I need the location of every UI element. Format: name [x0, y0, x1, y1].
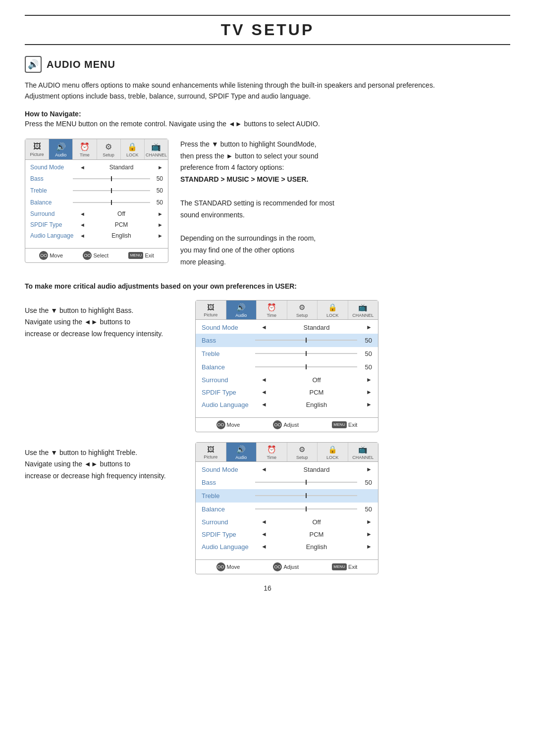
bass-row-2[interactable]: Bass 50	[196, 334, 378, 347]
menu-ui-1: 🖼 Picture 🔊 Audio ⏰ Time ⚙ Setup 🔒	[25, 139, 168, 263]
section-title: AUDIO MENU	[47, 59, 115, 70]
tab-picture-2[interactable]: 🖼 Picture	[196, 301, 226, 319]
select-btn-1[interactable]: OO	[83, 251, 92, 260]
adjust-btn-2[interactable]: OO	[273, 420, 282, 429]
treble-row-1[interactable]: Treble 50	[25, 185, 168, 197]
exit-btn-2[interactable]: MENU	[332, 421, 347, 428]
spdif-row-2[interactable]: SPDIF Type ◄ PCM ►	[196, 386, 378, 399]
tab-setup-3[interactable]: ⚙ Setup	[287, 443, 318, 461]
menu1-left: 🖼 Picture 🔊 Audio ⏰ Time ⚙ Setup 🔒	[25, 139, 168, 263]
treble-row-3[interactable]: Treble	[196, 489, 378, 503]
surround-row-3[interactable]: Surround ◄ Off ►	[196, 516, 378, 528]
menu2-container: 🖼 Picture 🔊 Audio ⏰ Time ⚙ Setup 🔒	[195, 300, 510, 432]
menu-rows-1: Sound Mode ◄ Standard ► Bass 50 Treble 5…	[25, 160, 168, 248]
tab-channel-3[interactable]: 📺 CHANNEL	[348, 443, 378, 461]
tab-picture-3[interactable]: 🖼 Picture	[196, 443, 226, 461]
menu3-container: 🖼 Picture 🔊 Audio ⏰ Time ⚙ Setup 🔒	[195, 442, 510, 574]
tab-audio-1[interactable]: 🔊 Audio	[49, 139, 73, 159]
surround-row-1[interactable]: Surround ◄ Off ►	[25, 208, 168, 219]
nav-text: Press the MENU button on the remote cont…	[25, 120, 510, 128]
menu1-section: 🖼 Picture 🔊 Audio ⏰ Time ⚙ Setup 🔒	[25, 139, 510, 268]
sound-mode-row-1[interactable]: Sound Mode ◄ Standard ►	[25, 162, 168, 173]
balance-row-3[interactable]: Balance 50	[196, 503, 378, 516]
balance-row-1[interactable]: Balance 50	[25, 197, 168, 208]
menu-tabs-3: 🖼 Picture 🔊 Audio ⏰ Time ⚙ Setup 🔒	[196, 443, 378, 462]
menu1-desc: Press the ▼ button to highlight SoundMod…	[180, 139, 510, 268]
audio-lang-row-1[interactable]: Audio Language ◄ English ►	[25, 230, 168, 241]
spdif-row-1[interactable]: SPDIF Type ◄ PCM ►	[25, 219, 168, 230]
audio-lang-row-3[interactable]: Audio Language ◄ English ►	[196, 541, 378, 553]
tab-time-3[interactable]: ⏰ Time	[257, 443, 287, 461]
tab-channel-1[interactable]: 📺 CHANNEL	[145, 139, 168, 159]
tab-setup-1[interactable]: ⚙ Setup	[97, 139, 121, 159]
sound-mode-row-3[interactable]: Sound Mode ◄ Standard ►	[196, 463, 378, 476]
bass-adjust-row: Use the ▼ button to highlight Bass. Navi…	[25, 300, 510, 432]
audio-lang-row-2[interactable]: Audio Language ◄ English ►	[196, 399, 378, 411]
tab-picture-1[interactable]: 🖼 Picture	[25, 139, 49, 159]
move-btn-2[interactable]: OO	[216, 420, 225, 429]
menu-footer-3: OO Move OO Adjust MENU Exit	[196, 559, 378, 574]
menu-ui-2: 🖼 Picture 🔊 Audio ⏰ Time ⚙ Setup 🔒	[195, 300, 378, 432]
balance-row-2[interactable]: Balance 50	[196, 360, 378, 374]
tab-lock-3[interactable]: 🔒 LOCK	[318, 443, 348, 461]
tab-audio-3[interactable]: 🔊 Audio	[226, 443, 257, 461]
nav-instruction: How to Navigate: Press the MENU button o…	[25, 110, 510, 128]
tab-time-2[interactable]: ⏰ Time	[257, 301, 287, 319]
menu-rows-2: Sound Mode ◄ Standard ► Bass 50 Treble 5…	[196, 320, 378, 417]
tab-channel-2[interactable]: 📺 CHANNEL	[348, 301, 378, 319]
move-btn-3[interactable]: OO	[216, 562, 225, 571]
adjust-btn-3[interactable]: OO	[273, 562, 282, 571]
page-title: TV SETUP	[25, 15, 510, 45]
menu-footer-1: OO Move OO Select MENU Exit	[25, 248, 168, 262]
bass-row-1[interactable]: Bass 50	[25, 173, 168, 185]
page-number: 16	[25, 584, 510, 592]
move-btn-1[interactable]: OO	[39, 251, 48, 260]
bass-desc: Use the ▼ button to highlight Bass. Navi…	[25, 300, 183, 340]
treble-row-2[interactable]: Treble 50	[196, 347, 378, 360]
tab-audio-2[interactable]: 🔊 Audio	[226, 301, 257, 319]
treble-desc: Use the ▼ button to highlight Treble. Na…	[25, 442, 183, 482]
sound-mode-row-2[interactable]: Sound Mode ◄ Standard ►	[196, 321, 378, 334]
audio-icon: 🔊	[25, 56, 42, 73]
treble-adjust-row: Use the ▼ button to highlight Treble. Na…	[25, 442, 510, 574]
spdif-row-3[interactable]: SPDIF Type ◄ PCM ►	[196, 528, 378, 541]
menu-tabs-1: 🖼 Picture 🔊 Audio ⏰ Time ⚙ Setup 🔒	[25, 139, 168, 160]
tab-setup-2[interactable]: ⚙ Setup	[287, 301, 318, 319]
tab-time-1[interactable]: ⏰ Time	[73, 139, 97, 159]
exit-btn-3[interactable]: MENU	[332, 563, 347, 570]
menu-rows-3: Sound Mode ◄ Standard ► Bass 50 Treble B…	[196, 462, 378, 559]
intro-text: The AUDIO menu offers options to make so…	[25, 80, 510, 102]
bass-row-3[interactable]: Bass 50	[196, 476, 378, 489]
menu-tabs-2: 🖼 Picture 🔊 Audio ⏰ Time ⚙ Setup 🔒	[196, 301, 378, 320]
nav-label: How to Navigate:	[25, 110, 510, 118]
user-section-label: To make more critical audio adjustments …	[25, 282, 510, 290]
surround-row-2[interactable]: Surround ◄ Off ►	[196, 374, 378, 386]
tab-lock-2[interactable]: 🔒 LOCK	[318, 301, 348, 319]
section-header: 🔊 AUDIO MENU	[25, 56, 510, 73]
tab-lock-1[interactable]: 🔒 LOCK	[121, 139, 145, 159]
exit-btn-1[interactable]: MENU	[128, 252, 143, 259]
menu-ui-3: 🖼 Picture 🔊 Audio ⏰ Time ⚙ Setup 🔒	[195, 442, 378, 574]
menu-footer-2: OO Move OO Adjust MENU Exit	[196, 417, 378, 432]
